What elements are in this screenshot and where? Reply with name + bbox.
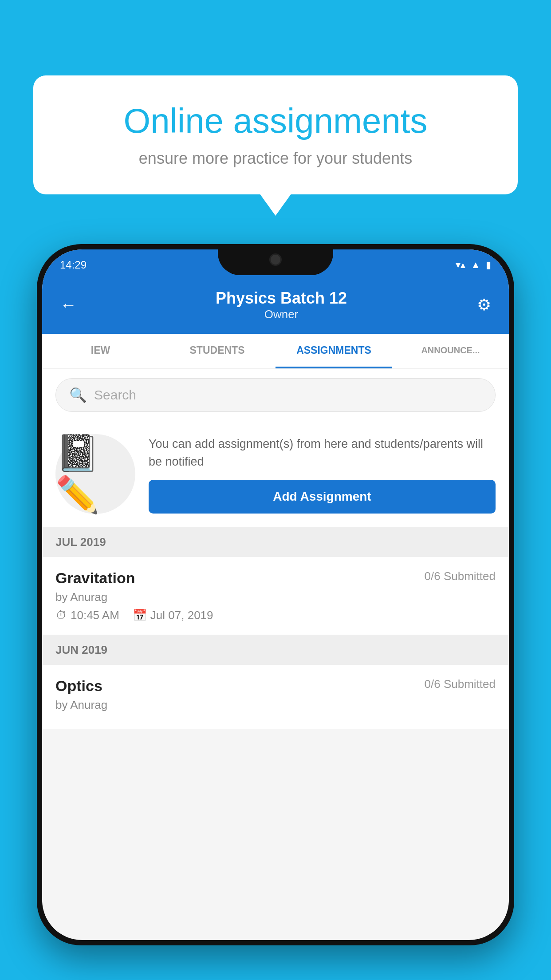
tab-students-label: STUDENTS (190, 344, 245, 356)
tab-assignments[interactable]: ASSIGNMENTS (276, 334, 392, 368)
promo-content: You can add assignment(s) from here and … (149, 435, 496, 514)
speech-bubble: Online assignments ensure more practice … (33, 75, 518, 194)
settings-button[interactable]: ⚙ (477, 296, 491, 314)
promo-card: 📓✏️ You can add assignment(s) from here … (42, 421, 509, 527)
app-header: ← Physics Batch 12 Owner ⚙ (42, 276, 509, 334)
tab-assignments-label: ASSIGNMENTS (296, 344, 371, 356)
tab-announcements[interactable]: ANNOUNCE... (392, 334, 509, 368)
assignment-row-top-optics: Optics 0/6 Submitted (55, 677, 496, 695)
promo-description: You can add assignment(s) from here and … (149, 435, 496, 471)
assignment-name-optics: Optics (55, 677, 102, 695)
wifi-icon: ▾▴ (456, 259, 465, 271)
add-assignment-button[interactable]: Add Assignment (149, 480, 496, 514)
tab-announcements-label: ANNOUNCE... (421, 345, 480, 356)
section-header-jun-label: JUN 2019 (55, 643, 107, 656)
phone-notch (218, 244, 333, 275)
assignment-item-optics[interactable]: Optics 0/6 Submitted by Anurag (42, 665, 509, 729)
assignment-item-gravitation[interactable]: Gravitation 0/6 Submitted by Anurag ⏱ 10… (42, 557, 509, 635)
assignment-time-value: 10:45 AM (71, 609, 119, 622)
section-header-jul: JUL 2019 (42, 527, 509, 557)
tab-students[interactable]: STUDENTS (159, 334, 276, 368)
assignment-time-gravitation: ⏱ 10:45 AM (55, 609, 119, 622)
tab-iew-label: IEW (91, 344, 110, 356)
assignment-name-gravitation: Gravitation (55, 569, 135, 587)
assignment-by-optics: by Anurag (55, 698, 496, 712)
header-batch-title: Physics Batch 12 (86, 289, 477, 308)
search-placeholder-text: Search (94, 387, 136, 403)
speech-bubble-title: Online assignments (64, 102, 487, 140)
assignment-submitted-gravitation: 0/6 Submitted (425, 569, 496, 583)
section-header-jun: JUN 2019 (42, 635, 509, 665)
speech-bubble-container: Online assignments ensure more practice … (33, 75, 518, 194)
phone-camera (269, 253, 282, 266)
back-button[interactable]: ← (60, 296, 77, 315)
status-icons: ▾▴ ▲ ▮ (456, 259, 491, 271)
header-title-section: Physics Batch 12 Owner (86, 289, 477, 321)
promo-icon-circle: 📓✏️ (55, 434, 135, 514)
signal-icon: ▲ (471, 259, 480, 271)
tab-iew[interactable]: IEW (42, 334, 159, 368)
notebook-icon: 📓✏️ (55, 432, 135, 516)
assignment-date-gravitation: 📅 Jul 07, 2019 (133, 609, 213, 622)
phone-screen: 14:29 ▾▴ ▲ ▮ ← Physics Batch 12 Owner ⚙ … (42, 249, 509, 940)
assignment-date-value: Jul 07, 2019 (150, 609, 213, 622)
assignment-row-top: Gravitation 0/6 Submitted (55, 569, 496, 587)
header-batch-subtitle: Owner (86, 308, 477, 321)
search-bar[interactable]: 🔍 Search (55, 378, 496, 412)
speech-bubble-subtitle: ensure more practice for your students (64, 149, 487, 168)
calendar-icon: 📅 (133, 609, 147, 622)
search-icon: 🔍 (69, 387, 87, 403)
tabs-bar: IEW STUDENTS ASSIGNMENTS ANNOUNCE... (42, 334, 509, 369)
assignment-meta-gravitation: ⏱ 10:45 AM 📅 Jul 07, 2019 (55, 609, 496, 622)
battery-icon: ▮ (486, 259, 491, 271)
search-bar-container: 🔍 Search (42, 369, 509, 421)
section-header-jul-label: JUL 2019 (55, 535, 106, 549)
phone-frame: 14:29 ▾▴ ▲ ▮ ← Physics Batch 12 Owner ⚙ … (37, 244, 514, 945)
assignment-submitted-optics: 0/6 Submitted (425, 677, 496, 691)
clock-icon: ⏱ (55, 609, 67, 622)
assignment-by-gravitation: by Anurag (55, 590, 496, 604)
